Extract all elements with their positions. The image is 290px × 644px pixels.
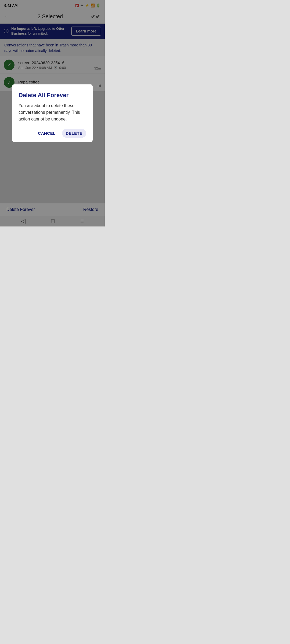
delete-dialog: Delete All Forever You are about to dele… [12,84,93,142]
dialog-body: You are about to delete these conversati… [19,103,86,122]
dialog-actions: CANCEL DELETE [19,129,86,138]
cancel-button[interactable]: CANCEL [37,129,57,138]
dialog-title: Delete All Forever [19,92,86,99]
delete-button[interactable]: DELETE [62,129,86,138]
